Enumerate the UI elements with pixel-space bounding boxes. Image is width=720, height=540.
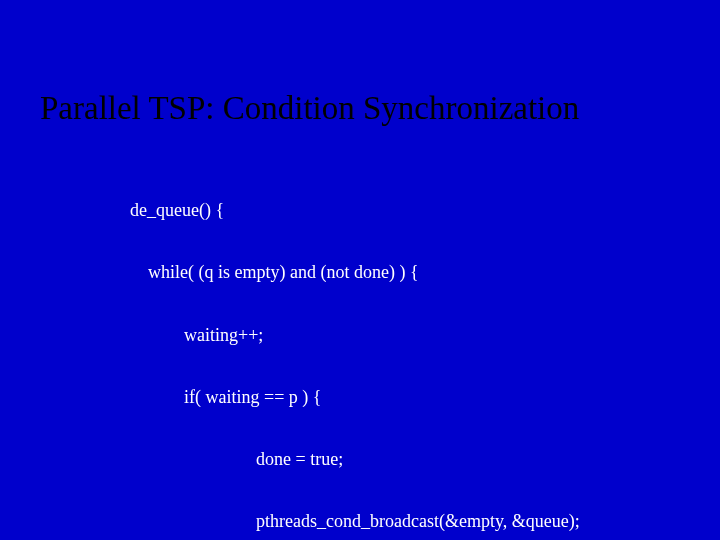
code-line: while( (q is empty) and (not done) ) { (130, 262, 720, 283)
code-block: de_queue() { while( (q is empty) and (no… (0, 159, 720, 540)
code-line: if( waiting == p ) { (130, 387, 720, 408)
slide: Parallel TSP: Condition Synchronization … (0, 0, 720, 540)
slide-title: Parallel TSP: Condition Synchronization (0, 0, 720, 127)
code-line: done = true; (130, 449, 720, 470)
code-line: de_queue() { (130, 200, 720, 221)
code-line: waiting++; (130, 325, 720, 346)
code-line: pthreads_cond_broadcast(&empty, &queue); (130, 511, 720, 532)
